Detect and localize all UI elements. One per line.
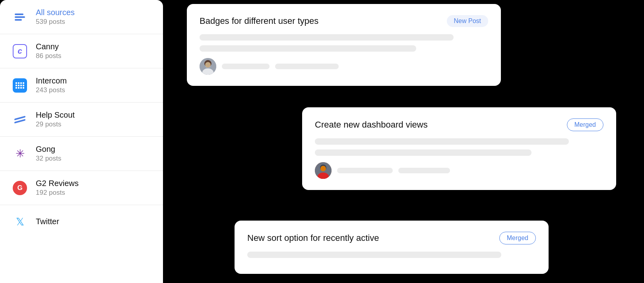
sidebar-item-posts: 243 posts	[36, 86, 67, 94]
card-title: Create new dashboard views	[315, 120, 428, 130]
sidebar-item-g2-reviews[interactable]: G G2 Reviews 192 posts	[0, 171, 163, 205]
main-content: Badges for different user types New Post	[163, 0, 644, 283]
helpscout-icon	[11, 111, 29, 128]
sidebar-item-help-scout[interactable]: Help Scout 29 posts	[0, 103, 163, 137]
sidebar: All sources 539 posts c Canny 86 posts I…	[0, 0, 163, 283]
sidebar-item-twitter[interactable]: 𝕏 Twitter	[0, 205, 163, 238]
svg-point-4	[205, 62, 211, 68]
skeleton-pill-3	[337, 168, 393, 173]
new-post-badge[interactable]: New Post	[447, 15, 488, 27]
sidebar-item-canny[interactable]: c Canny 86 posts	[0, 34, 163, 68]
skeleton-pill-4	[398, 168, 450, 173]
post-card-1[interactable]: Badges for different user types New Post	[187, 4, 501, 86]
card-footer	[200, 58, 488, 75]
skeleton-line-1	[247, 252, 501, 258]
sidebar-item-posts: 86 posts	[36, 52, 61, 60]
cards-container: Badges for different user types New Post	[187, 0, 620, 283]
layers-icon	[11, 8, 29, 26]
post-card-2[interactable]: Create new dashboard views Merged	[302, 107, 616, 190]
sidebar-item-posts: 29 posts	[36, 120, 75, 128]
sidebar-item-name: Intercom	[36, 76, 67, 85]
skeleton-pill-1	[222, 64, 270, 69]
card-header: Create new dashboard views Merged	[315, 118, 603, 131]
sidebar-item-name: Gong	[36, 145, 61, 154]
gong-icon: ✳	[11, 145, 29, 163]
sidebar-item-name: Twitter	[36, 217, 59, 226]
svg-point-7	[320, 166, 326, 171]
skeleton-line-2	[200, 45, 416, 52]
card-header: New sort option for recently active Merg…	[247, 232, 536, 244]
sidebar-item-posts: 192 posts	[36, 189, 79, 197]
skeleton-line-1	[200, 34, 454, 41]
card-title: New sort option for recently active	[247, 233, 379, 243]
g2-icon: G	[11, 179, 29, 197]
merged-badge[interactable]: Merged	[499, 232, 536, 244]
sidebar-item-all-sources[interactable]: All sources 539 posts	[0, 0, 163, 34]
card-header: Badges for different user types New Post	[200, 15, 488, 27]
sidebar-item-name: Help Scout	[36, 110, 75, 120]
merged-badge[interactable]: Merged	[567, 118, 603, 131]
intercom-icon	[11, 77, 29, 94]
skeleton-line-1	[315, 138, 569, 145]
card-title: Badges for different user types	[200, 16, 318, 26]
canny-icon: c	[11, 43, 29, 60]
sidebar-item-posts: 32 posts	[36, 155, 61, 163]
post-card-3[interactable]: New sort option for recently active Merg…	[235, 221, 549, 274]
sidebar-item-name: G2 Reviews	[36, 179, 79, 188]
skeleton-pill-2	[275, 64, 339, 69]
sidebar-item-posts: 539 posts	[36, 18, 75, 26]
avatar	[315, 162, 332, 179]
twitter-icon: 𝕏	[11, 213, 29, 231]
sidebar-item-name: Canny	[36, 42, 61, 51]
skeleton-line-2	[315, 149, 531, 156]
avatar	[200, 58, 216, 75]
card-footer	[315, 162, 603, 179]
sidebar-item-gong[interactable]: ✳ Gong 32 posts	[0, 137, 163, 171]
sidebar-item-intercom[interactable]: Intercom 243 posts	[0, 68, 163, 103]
sidebar-item-name: All sources	[36, 8, 75, 17]
